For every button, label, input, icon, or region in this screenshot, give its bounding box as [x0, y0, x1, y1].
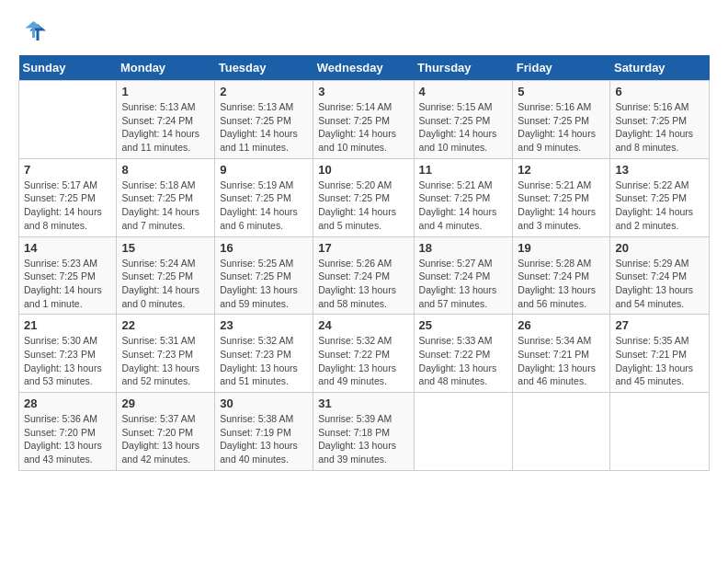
calendar-cell: 7Sunrise: 5:17 AM Sunset: 7:25 PM Daylig…	[19, 158, 117, 236]
day-number: 27	[615, 318, 704, 332]
day-info: Sunrise: 5:14 AM Sunset: 7:25 PM Dayligh…	[318, 100, 408, 155]
calendar-cell: 2Sunrise: 5:13 AM Sunset: 7:25 PM Daylig…	[215, 81, 313, 159]
calendar-cell: 24Sunrise: 5:32 AM Sunset: 7:22 PM Dayli…	[313, 315, 414, 393]
day-number: 20	[615, 241, 704, 255]
day-info: Sunrise: 5:30 AM Sunset: 7:23 PM Dayligh…	[24, 334, 111, 388]
calendar-cell: 21Sunrise: 5:30 AM Sunset: 7:23 PM Dayli…	[19, 315, 117, 393]
column-header-tuesday: Tuesday	[215, 55, 313, 81]
day-number: 24	[318, 318, 408, 332]
day-info: Sunrise: 5:25 AM Sunset: 7:25 PM Dayligh…	[220, 257, 308, 311]
calendar-cell: 27Sunrise: 5:35 AM Sunset: 7:21 PM Dayli…	[610, 315, 710, 393]
day-info: Sunrise: 5:17 AM Sunset: 7:25 PM Dayligh…	[24, 178, 111, 233]
calendar-cell	[19, 81, 117, 159]
day-info: Sunrise: 5:28 AM Sunset: 7:24 PM Dayligh…	[518, 257, 605, 311]
calendar-cell: 9Sunrise: 5:19 AM Sunset: 7:25 PM Daylig…	[215, 158, 313, 236]
day-number: 29	[121, 396, 210, 410]
day-number: 16	[220, 241, 308, 255]
day-info: Sunrise: 5:26 AM Sunset: 7:24 PM Dayligh…	[318, 257, 408, 311]
calendar-cell: 8Sunrise: 5:18 AM Sunset: 7:25 PM Daylig…	[117, 158, 215, 236]
day-info: Sunrise: 5:23 AM Sunset: 7:25 PM Dayligh…	[24, 257, 111, 311]
calendar-cell	[513, 393, 610, 471]
day-number: 21	[24, 318, 111, 332]
day-info: Sunrise: 5:35 AM Sunset: 7:21 PM Dayligh…	[615, 334, 704, 388]
day-number: 7	[24, 163, 111, 177]
day-number: 22	[121, 318, 210, 332]
day-number: 5	[518, 85, 605, 98]
day-number: 26	[518, 318, 605, 332]
calendar-cell: 29Sunrise: 5:37 AM Sunset: 7:20 PM Dayli…	[117, 393, 215, 471]
day-info: Sunrise: 5:33 AM Sunset: 7:22 PM Dayligh…	[419, 334, 508, 388]
day-info: Sunrise: 5:37 AM Sunset: 7:20 PM Dayligh…	[121, 412, 210, 466]
day-info: Sunrise: 5:24 AM Sunset: 7:25 PM Dayligh…	[121, 257, 210, 311]
calendar-cell: 4Sunrise: 5:15 AM Sunset: 7:25 PM Daylig…	[414, 81, 513, 159]
day-number: 25	[419, 318, 508, 332]
day-number: 3	[318, 85, 408, 98]
calendar-cell: 19Sunrise: 5:28 AM Sunset: 7:24 PM Dayli…	[513, 236, 610, 315]
day-info: Sunrise: 5:38 AM Sunset: 7:19 PM Dayligh…	[220, 412, 308, 466]
day-info: Sunrise: 5:32 AM Sunset: 7:23 PM Dayligh…	[220, 334, 308, 388]
column-header-monday: Monday	[117, 55, 215, 81]
day-number: 4	[419, 85, 508, 98]
day-info: Sunrise: 5:16 AM Sunset: 7:25 PM Dayligh…	[518, 100, 605, 155]
calendar-cell: 1Sunrise: 5:13 AM Sunset: 7:24 PM Daylig…	[117, 81, 215, 159]
calendar-cell: 20Sunrise: 5:29 AM Sunset: 7:24 PM Dayli…	[610, 236, 710, 315]
page-header	[18, 18, 710, 46]
day-info: Sunrise: 5:29 AM Sunset: 7:24 PM Dayligh…	[615, 257, 704, 311]
day-info: Sunrise: 5:31 AM Sunset: 7:23 PM Dayligh…	[121, 334, 210, 388]
calendar-cell: 12Sunrise: 5:21 AM Sunset: 7:25 PM Dayli…	[513, 158, 610, 236]
day-info: Sunrise: 5:36 AM Sunset: 7:20 PM Dayligh…	[24, 412, 111, 466]
day-number: 19	[518, 241, 605, 255]
day-info: Sunrise: 5:16 AM Sunset: 7:25 PM Dayligh…	[615, 100, 704, 155]
calendar-cell: 25Sunrise: 5:33 AM Sunset: 7:22 PM Dayli…	[414, 315, 513, 393]
calendar-cell: 22Sunrise: 5:31 AM Sunset: 7:23 PM Dayli…	[117, 315, 215, 393]
day-number: 14	[24, 241, 111, 255]
calendar-cell: 30Sunrise: 5:38 AM Sunset: 7:19 PM Dayli…	[215, 393, 313, 471]
day-number: 10	[318, 163, 408, 177]
calendar-week-row: 14Sunrise: 5:23 AM Sunset: 7:25 PM Dayli…	[19, 236, 710, 315]
day-number: 8	[121, 163, 210, 177]
column-header-friday: Friday	[513, 55, 610, 81]
column-header-sunday: Sunday	[19, 55, 117, 81]
day-number: 6	[615, 85, 704, 98]
day-number: 15	[121, 241, 210, 255]
day-number: 28	[24, 396, 111, 410]
day-info: Sunrise: 5:13 AM Sunset: 7:25 PM Dayligh…	[220, 100, 308, 155]
day-info: Sunrise: 5:34 AM Sunset: 7:21 PM Dayligh…	[518, 334, 605, 388]
calendar-cell	[610, 393, 710, 471]
calendar-cell	[414, 393, 513, 471]
column-header-saturday: Saturday	[610, 55, 710, 81]
day-info: Sunrise: 5:27 AM Sunset: 7:24 PM Dayligh…	[419, 257, 508, 311]
calendar-week-row: 1Sunrise: 5:13 AM Sunset: 7:24 PM Daylig…	[19, 81, 710, 159]
calendar-cell: 10Sunrise: 5:20 AM Sunset: 7:25 PM Dayli…	[313, 158, 414, 236]
calendar-cell: 17Sunrise: 5:26 AM Sunset: 7:24 PM Dayli…	[313, 236, 414, 315]
day-info: Sunrise: 5:13 AM Sunset: 7:24 PM Dayligh…	[121, 100, 210, 155]
calendar-table: SundayMondayTuesdayWednesdayThursdayFrid…	[18, 55, 710, 471]
calendar-week-row: 7Sunrise: 5:17 AM Sunset: 7:25 PM Daylig…	[19, 158, 710, 236]
day-number: 9	[220, 163, 308, 177]
day-number: 31	[318, 396, 408, 410]
logo-icon	[18, 18, 46, 46]
calendar-week-row: 28Sunrise: 5:36 AM Sunset: 7:20 PM Dayli…	[19, 393, 710, 471]
calendar-cell: 5Sunrise: 5:16 AM Sunset: 7:25 PM Daylig…	[513, 81, 610, 159]
day-number: 17	[318, 241, 408, 255]
calendar-cell: 18Sunrise: 5:27 AM Sunset: 7:24 PM Dayli…	[414, 236, 513, 315]
day-info: Sunrise: 5:21 AM Sunset: 7:25 PM Dayligh…	[419, 178, 508, 233]
day-number: 13	[615, 163, 704, 177]
logo	[18, 18, 50, 46]
calendar-cell: 28Sunrise: 5:36 AM Sunset: 7:20 PM Dayli…	[19, 393, 117, 471]
calendar-cell: 6Sunrise: 5:16 AM Sunset: 7:25 PM Daylig…	[610, 81, 710, 159]
day-number: 30	[220, 396, 308, 410]
calendar-cell: 31Sunrise: 5:39 AM Sunset: 7:18 PM Dayli…	[313, 393, 414, 471]
calendar-cell: 13Sunrise: 5:22 AM Sunset: 7:25 PM Dayli…	[610, 158, 710, 236]
day-number: 11	[419, 163, 508, 177]
calendar-cell: 16Sunrise: 5:25 AM Sunset: 7:25 PM Dayli…	[215, 236, 313, 315]
day-info: Sunrise: 5:19 AM Sunset: 7:25 PM Dayligh…	[220, 178, 308, 233]
day-number: 1	[121, 85, 210, 98]
day-info: Sunrise: 5:21 AM Sunset: 7:25 PM Dayligh…	[518, 178, 605, 233]
day-info: Sunrise: 5:39 AM Sunset: 7:18 PM Dayligh…	[318, 412, 408, 466]
calendar-cell: 14Sunrise: 5:23 AM Sunset: 7:25 PM Dayli…	[19, 236, 117, 315]
day-number: 12	[518, 163, 605, 177]
day-info: Sunrise: 5:18 AM Sunset: 7:25 PM Dayligh…	[121, 178, 210, 233]
column-header-thursday: Thursday	[414, 55, 513, 81]
day-info: Sunrise: 5:15 AM Sunset: 7:25 PM Dayligh…	[419, 100, 508, 155]
